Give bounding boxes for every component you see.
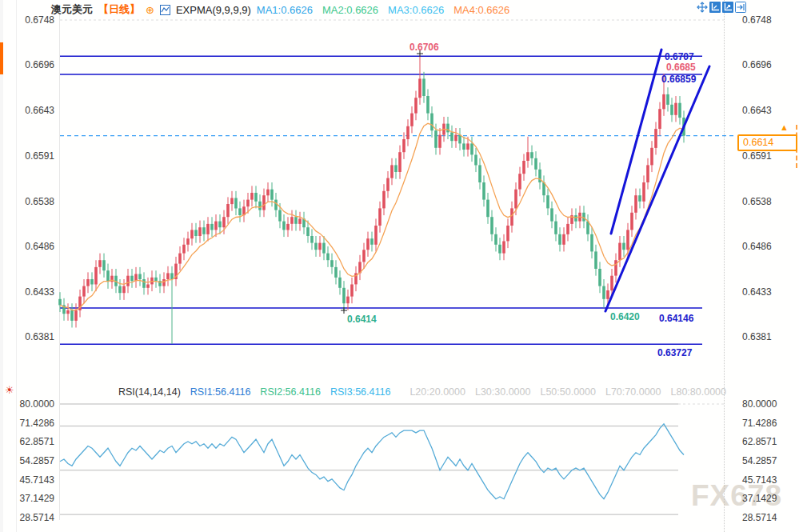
candle-body xyxy=(470,143,473,154)
candle-body xyxy=(190,230,194,238)
candle-body xyxy=(474,155,477,166)
candle-body xyxy=(290,217,294,224)
axis-settings-icon[interactable] xyxy=(722,2,733,13)
candle-body xyxy=(610,276,613,290)
current-price-marker: 0.6614 xyxy=(737,134,797,151)
candle-body xyxy=(514,190,517,209)
candle-body xyxy=(494,234,497,245)
expma-line xyxy=(60,123,684,310)
candle-body xyxy=(506,226,509,241)
candle-body xyxy=(534,158,537,170)
ma-value-label: MA1:0.6626 xyxy=(257,4,313,16)
candle-body xyxy=(146,285,150,288)
candle-body xyxy=(126,276,130,286)
rsi-settings-icon[interactable]: ☀ xyxy=(5,384,14,396)
candle-body xyxy=(326,254,330,261)
rsi-value-label: RSI1:56.4116 xyxy=(190,386,251,398)
candle-body xyxy=(226,204,230,217)
chart-canvas[interactable] xyxy=(0,0,799,532)
candle-body xyxy=(450,132,453,141)
candle-body xyxy=(510,208,513,226)
candle-body xyxy=(134,274,138,282)
candle-body xyxy=(94,267,98,285)
candle-body xyxy=(674,103,677,115)
candle-body xyxy=(546,195,549,208)
candle-body xyxy=(274,200,278,210)
candle-body xyxy=(602,286,605,299)
candle-body xyxy=(498,245,501,254)
candle-body xyxy=(254,193,258,202)
candle-body xyxy=(394,165,398,172)
add-indicator-icon[interactable]: ⊕ xyxy=(146,5,154,15)
candle-body xyxy=(574,215,577,222)
candle-body xyxy=(370,238,374,245)
candle-body xyxy=(518,174,521,189)
candle-body xyxy=(322,243,326,254)
candle-body xyxy=(406,126,409,139)
candle-body xyxy=(386,178,390,191)
candle-body xyxy=(382,191,386,209)
candle-body xyxy=(662,94,665,109)
candle-body xyxy=(222,217,226,227)
candle-body xyxy=(670,105,673,115)
candle-body xyxy=(642,182,645,202)
candle-body xyxy=(486,200,489,218)
candle-body xyxy=(154,278,158,281)
candle-body xyxy=(182,245,186,254)
candle-body xyxy=(246,200,250,207)
candle-body xyxy=(606,290,609,299)
candle-body xyxy=(526,152,529,161)
candle-body xyxy=(250,193,254,200)
candle-body xyxy=(314,243,318,250)
candle-body xyxy=(342,288,346,303)
candle-body xyxy=(138,274,142,280)
candle-body xyxy=(378,208,382,226)
candle-body xyxy=(658,109,661,129)
candle-body xyxy=(166,273,170,279)
candle-body xyxy=(614,260,617,275)
candle-body xyxy=(654,129,657,148)
candle-body xyxy=(58,299,62,306)
candle-body xyxy=(186,238,190,245)
rsi-title[interactable]: RSI(14,14,14) xyxy=(118,386,181,398)
candle-body xyxy=(122,286,126,294)
axis-scale-icon[interactable] xyxy=(709,2,721,13)
left-scrollbar-thumb[interactable] xyxy=(0,42,3,74)
rsi-level-label: L80:80.0000 xyxy=(670,386,726,398)
candle-body xyxy=(398,152,401,172)
candle-body xyxy=(346,297,350,304)
candle-body xyxy=(206,224,210,234)
candle-body xyxy=(422,78,425,96)
chart-toolbar xyxy=(697,2,746,13)
candle-body xyxy=(362,250,366,262)
collapse-panel-icon[interactable] xyxy=(735,2,746,13)
candle-body xyxy=(430,114,433,131)
candle-body xyxy=(230,198,234,205)
candle-body xyxy=(202,227,206,234)
candle-body xyxy=(438,135,441,148)
candle-body xyxy=(522,161,525,174)
indicator-chart-icon xyxy=(160,5,170,15)
candle-body xyxy=(278,210,282,222)
indicator-label[interactable]: EXPMA(9,9,9,9) xyxy=(176,4,251,16)
candle-body xyxy=(530,152,533,158)
candle-body xyxy=(466,143,469,150)
trend-line xyxy=(605,66,709,311)
candle-body xyxy=(90,279,94,285)
candle-body xyxy=(294,217,298,224)
candle-body xyxy=(238,208,242,215)
candle-body xyxy=(218,222,222,228)
candle-body xyxy=(434,130,437,148)
candle-body xyxy=(270,190,274,200)
timeframe-label[interactable]: 【日线】 xyxy=(98,2,140,17)
candle-body xyxy=(214,222,218,230)
ma-values: MA1:0.6626MA2:0.6626MA3:0.6626MA4:0.6626 xyxy=(257,4,519,16)
crosshair-move-icon[interactable] xyxy=(697,2,708,13)
candle-body xyxy=(622,243,625,250)
candle-body xyxy=(446,124,449,133)
candle-body xyxy=(162,279,166,286)
candle-body xyxy=(306,227,310,236)
candle-body xyxy=(634,195,637,213)
candle-body xyxy=(350,285,354,297)
candle-body xyxy=(86,279,90,286)
